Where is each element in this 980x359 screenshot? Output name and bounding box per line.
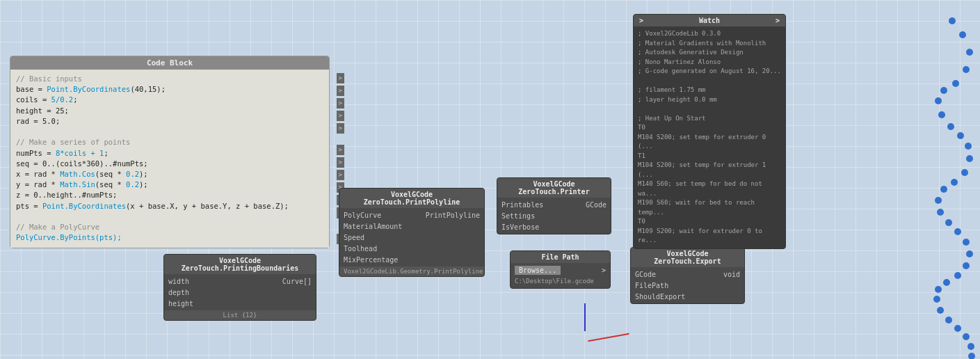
svg-point-23 <box>954 272 961 279</box>
code-line-9: x = rad * Math.Cos(seq * 0.2); <box>16 170 148 178</box>
watch-line-12: M104 S200; set temp for extruder 1 (... <box>638 161 781 180</box>
export-node-title: VoxelGCode ZeroTouch.Export <box>631 248 744 267</box>
file-path-value: C:\Desktop\File.gcode <box>515 278 594 285</box>
svg-point-1 <box>949 17 956 24</box>
svg-point-22 <box>963 262 970 269</box>
print-polyline-row-5: MixPercentage <box>339 254 484 265</box>
export-row-1: GCode void <box>631 269 744 280</box>
printer-row-2: Settings <box>497 210 611 221</box>
watch-body: ; Voxel2GCodeLib 0.3.0 ; Material Gradie… <box>634 26 785 248</box>
code-out-port-2[interactable]: > <box>337 86 344 96</box>
print-polyline-body: PolyCurve PrintPolyline MaterialAmount S… <box>339 208 484 266</box>
printing-boundaries-node: VoxelGCode ZeroTouch.PrintingBoundaries … <box>163 254 316 321</box>
print-polyline-node: VoxelGCode ZeroTouch.PrintPolyline PolyC… <box>339 188 485 277</box>
svg-point-5 <box>952 80 959 87</box>
printer-row-1: Printables GCode <box>497 199 611 210</box>
file-path-title: File Path <box>511 251 610 263</box>
code-out-port-4[interactable]: > <box>337 111 344 121</box>
code-line-11: z = 0..height..#numPts; <box>16 191 117 199</box>
code-comment-2: // Make a series of points <box>16 138 130 146</box>
export-node: VoxelGCode ZeroTouch.Export GCode void F… <box>630 247 745 304</box>
blue-axis <box>584 303 586 331</box>
printer-node-body: Printables GCode Settings IsVerbose <box>497 198 611 234</box>
code-line-4: height = 25; <box>16 106 69 115</box>
watch-in-arrow: > <box>639 17 643 24</box>
code-out-port-5[interactable]: > <box>337 123 344 134</box>
svg-point-3 <box>966 49 973 56</box>
watch-line-11: T1 <box>638 152 781 161</box>
watch-line-16: M109 S200; wait for extruder 0 to re... <box>638 227 781 246</box>
file-path-node: File Path Browse... > C:\Desktop\File.gc… <box>510 250 611 289</box>
svg-point-28 <box>945 317 952 324</box>
svg-point-14 <box>951 179 958 186</box>
watch-line-8: ; Heat Up On Start <box>638 114 781 124</box>
watch-line-6: ; filament 1.75 mm <box>638 86 781 95</box>
export-row-3: ShouldExport <box>631 291 744 302</box>
printer-node-title: VoxelGCode ZeroTouch.Printer <box>497 178 611 198</box>
svg-point-29 <box>954 325 961 332</box>
code-block-content[interactable]: // Basic inputs base = Point.ByCoordinat… <box>10 70 329 248</box>
svg-point-7 <box>935 97 942 104</box>
helix-decoration <box>841 0 980 359</box>
print-polyline-row-1: PolyCurve PrintPolyline <box>339 209 484 221</box>
code-out-port-8[interactable]: > <box>337 170 344 180</box>
code-line-12: pts = Point.ByCoordinates(x + base.X, y … <box>16 202 289 210</box>
watch-line-9: T0 <box>638 123 781 133</box>
svg-point-17 <box>937 209 944 216</box>
print-polyline-row-4: Toolhead <box>339 243 484 254</box>
file-path-value-row: C:\Desktop\File.gcode <box>511 276 610 287</box>
watch-line-14: M190 S60; wait for bed to reach temp... <box>638 198 781 217</box>
code-line-2: base = Point.ByCoordinates(40,15); <box>16 85 166 93</box>
svg-point-8 <box>938 111 945 118</box>
watch-line-1: ; Voxel2GCodeLib 0.3.0 <box>638 29 781 39</box>
svg-point-19 <box>954 228 961 235</box>
code-line-5: rad = 5.0; <box>16 117 60 125</box>
code-out-port-3[interactable]: > <box>337 98 344 109</box>
svg-point-6 <box>940 87 947 94</box>
printer-node: VoxelGCode ZeroTouch.Printer Printables … <box>497 177 611 234</box>
watch-line-4: ; Nono Martinez Alonso <box>638 58 781 67</box>
printing-boundaries-row-1: width Curve[] <box>164 276 316 287</box>
svg-point-12 <box>966 155 973 162</box>
svg-point-27 <box>937 307 944 314</box>
code-line-15: PolyCurve.ByPoints(pts); <box>16 233 122 241</box>
svg-point-30 <box>963 333 970 340</box>
svg-point-24 <box>943 279 950 286</box>
watch-line-15: T0 <box>638 217 781 227</box>
svg-point-20 <box>963 239 970 246</box>
printing-boundaries-body: width Curve[] depth height <box>164 274 316 310</box>
print-polyline-footer: Voxel2GCodeLib.Geometry.PrintPolyline <box>339 266 484 276</box>
watch-line-10: M104 S200; set temp for extruder 0 (... <box>638 133 781 152</box>
printing-boundaries-row-2: depth <box>164 287 316 298</box>
watch-header: > Watch > <box>634 15 785 26</box>
code-line-8: seq = 0..(coils*360)..#numPts; <box>16 159 148 168</box>
svg-point-11 <box>965 143 972 150</box>
export-row-2: FilePath <box>631 280 744 291</box>
code-line-7: numPts = 8*coils + 1; <box>16 149 109 157</box>
svg-point-32 <box>968 353 975 359</box>
watch-line-3: ; Autodesk Generative Design <box>638 48 781 58</box>
print-polyline-title: VoxelGCode ZeroTouch.PrintPolyline <box>339 189 484 208</box>
code-out-port-1[interactable]: > <box>337 73 344 83</box>
printing-boundaries-row-3: height <box>164 298 316 309</box>
export-node-body: GCode void FilePath ShouldExport <box>631 267 744 303</box>
printer-row-3: IsVerbose <box>497 221 611 232</box>
code-comment-3: // Make a PolyCurve <box>16 223 99 231</box>
svg-point-9 <box>947 123 954 130</box>
code-out-port-7[interactable]: > <box>337 157 344 168</box>
printing-boundaries-footer: List {12} <box>164 310 316 320</box>
code-line-10: y = rad * Math.Sin(seq * 0.2); <box>16 180 148 189</box>
code-out-port-6[interactable]: > <box>337 145 344 155</box>
svg-point-16 <box>935 197 942 204</box>
svg-point-21 <box>966 250 973 257</box>
svg-point-18 <box>945 219 952 226</box>
code-line-3: coils = 5/0.2; <box>16 95 78 104</box>
file-path-browse-row[interactable]: Browse... > <box>511 264 610 276</box>
svg-point-2 <box>959 31 966 38</box>
watch-line-5: ; G-code generated on August 16, 20... <box>638 67 781 77</box>
watch-line-2: ; Material Gradients with Monolith <box>638 39 781 49</box>
watch-out-arrow: > <box>776 17 780 24</box>
browse-button[interactable]: Browse... <box>515 266 561 275</box>
watch-line-13: M140 S60; set temp for bed do not wa... <box>638 180 781 198</box>
printing-boundaries-title: VoxelGCode ZeroTouch.PrintingBoundaries <box>164 255 316 274</box>
